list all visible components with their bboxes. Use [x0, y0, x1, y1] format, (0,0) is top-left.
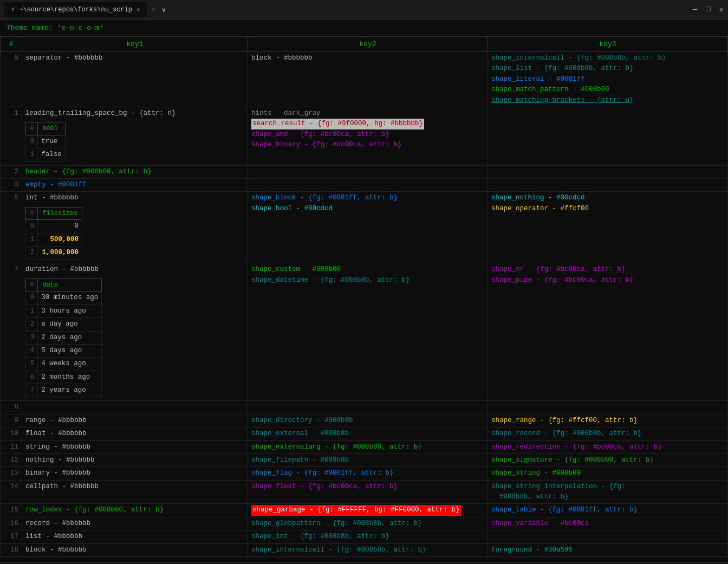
table-row: 3 empty - #0081ff: [1, 178, 728, 191]
key1-10: float - #bbbbbb: [22, 427, 248, 440]
key3-0: shape_internalcall - {fg: #008b8b, attr:…: [487, 52, 727, 107]
table-row: 9 range - #bbbbbb shape_directory - #008…: [1, 414, 728, 427]
tab-label: ~\source\repos\forks\nu_scrip: [19, 6, 132, 14]
key3-1: [487, 107, 727, 165]
line-num-14: 14: [1, 480, 22, 504]
line-num-0: 0: [1, 52, 22, 107]
key1-2: header - {fg: #008b00, attr: b}: [22, 165, 248, 178]
table-row: 10 float - #bbbbbb shape_external - #008…: [1, 427, 728, 440]
key3-17: [487, 530, 727, 543]
key1-13: binary - #bbbbbb: [22, 467, 248, 480]
table-row: 12 nothing - #bbbbbb shape_filepath - #0…: [1, 453, 728, 466]
line-num-3: 3: [1, 178, 22, 191]
key2-15: shape_garbage - {fg: #FFFFFF, bg: #FF000…: [248, 504, 487, 517]
line-num-10: 10: [1, 427, 22, 440]
key2-0: block - #bbbbbb: [248, 52, 487, 107]
key3-5: shape_nothing - #00cdcd shape_operator -…: [487, 192, 727, 263]
key1-14: cellpath - #bbbbbb: [22, 480, 248, 504]
line-num-12: 12: [1, 453, 22, 466]
key1-1: leading_trailing_space_bg - {attr: n} #b…: [22, 107, 248, 165]
tab-close-button[interactable]: ✕: [136, 6, 140, 13]
content-area[interactable]: # key1 key2 key3 0 separator - #bbbbbb b…: [0, 36, 728, 562]
table-row: 1 leading_trailing_space_bg - {attr: n} …: [1, 107, 728, 165]
key1-7: duration - #bbbbbb #date 030 minutes ago…: [22, 263, 248, 401]
theme-name-line: Theme name: 'e-n-c-o-m': [0, 20, 728, 36]
col-key2-header: key2: [248, 37, 487, 52]
col-index-header: #: [1, 37, 22, 52]
key3-12: shape_signature - {fg: #008b00, attr: b}: [487, 453, 727, 466]
line-num-16: 16: [1, 517, 22, 530]
col-key1-header: key1: [22, 37, 248, 52]
key2-2: [248, 165, 487, 178]
key3-7: shape_or - {fg: #bc00ca, attr: b} shape_…: [487, 263, 727, 401]
key2-14: shape_float - {fg: #bc00ca, attr: b}: [248, 480, 487, 504]
line-num-15: 15: [1, 504, 22, 517]
main-table: # key1 key2 key3 0 separator - #bbbbbb b…: [0, 36, 728, 557]
line-num-11: 11: [1, 440, 22, 453]
key3-10: shape_record - {fg: #008b8b, attr: b}: [487, 427, 727, 440]
key3-18: foreground - #00a595: [487, 543, 727, 556]
table-row: 16 record - #bbbbbb shape_globpattern - …: [1, 517, 728, 530]
key2-17: shape_int - {fg: #008b8b, attr: b}: [248, 530, 487, 543]
key1-17: list - #bbbbbb: [22, 530, 248, 543]
table-row: 0 separator - #bbbbbb block - #bbbbbb sh…: [1, 52, 728, 107]
key2-9: shape_directory - #008b8b: [248, 414, 487, 427]
key1-12: nothing - #bbbbbb: [22, 453, 248, 466]
date-table: #date 030 minutes ago 13 hours ago 2a da…: [25, 278, 102, 398]
key3-15: shape_table - {fg: #0081ff, attr: b}: [487, 504, 727, 517]
key2-13: shape_flag - {fg: #0081ff, attr: b}: [248, 467, 487, 480]
key2-12: shape_filepath - #008b8b: [248, 453, 487, 466]
table-row: 15 row_index - {fg: #008b00, attr: b} sh…: [1, 504, 728, 517]
table-row: 13 binary - #bbbbbb shape_flag - {fg: #0…: [1, 467, 728, 480]
key3-16: shape_variable - #bc00ca: [487, 517, 727, 530]
key1-18: block - #bbbbbb: [22, 543, 248, 556]
key1-8: [22, 401, 248, 414]
key3-8: [487, 401, 727, 414]
table-row: 5 int - #bbbbbb #filesizes 00 1500,000 2…: [1, 192, 728, 263]
key1-11: string - #bbbbbb: [22, 440, 248, 453]
key1-3: empty - #0081ff: [22, 178, 248, 191]
table-row: 7 duration - #bbbbbb #date 030 minutes a…: [1, 263, 728, 401]
tab-dropdown-button[interactable]: ∨: [160, 5, 168, 14]
key2-11: shape_externalarg - {fg: #008b00, attr: …: [248, 440, 487, 453]
key2-8: [248, 401, 487, 414]
minimize-button[interactable]: —: [693, 5, 697, 14]
key2-18: shape_internalcall - {fg: #008b8b, attr:…: [248, 543, 487, 556]
key2-5: shape_block - {fg: #0081ff, attr: b} sha…: [248, 192, 487, 263]
line-num-2: 2: [1, 165, 22, 178]
line-num-7: 7: [1, 263, 22, 401]
key3-2: [487, 165, 727, 178]
table-row: 8: [1, 401, 728, 414]
filesizes-table: #filesizes 00 1500,000 21,000,000: [25, 207, 82, 260]
maximize-button[interactable]: □: [706, 5, 710, 14]
key1-16: record - #bbbbbb: [22, 517, 248, 530]
line-num-9: 9: [1, 414, 22, 427]
key3-13: shape_string - #008b00: [487, 467, 727, 480]
key2-1: hints - dark_gray search_result - {fg: #…: [248, 107, 487, 165]
key1-5: int - #bbbbbb #filesizes 00 1500,000 21,…: [22, 192, 248, 263]
active-tab[interactable]: ⚡ ~\source\repos\forks\nu_scrip ✕: [4, 2, 147, 17]
key1-15: row_index - {fg: #008b00, attr: b}: [22, 504, 248, 517]
line-num-1: 1: [1, 107, 22, 165]
table-row: 11 string - #bbbbbb shape_externalarg - …: [1, 440, 728, 453]
key2-7: shape_custom - #008b00 shape_datetime - …: [248, 263, 487, 401]
key1-0: separator - #bbbbbb: [22, 52, 248, 107]
close-window-button[interactable]: ✕: [719, 5, 724, 14]
col-key3-header: key3: [487, 37, 727, 52]
table-row: 18 block - #bbbbbb shape_internalcall - …: [1, 543, 728, 556]
table-row: 17 list - #bbbbbb shape_int - {fg: #008b…: [1, 530, 728, 543]
line-num-5: 5: [1, 192, 22, 263]
key3-9: shape_range - {fg: #ffcf00, attr: b}: [487, 414, 727, 427]
titlebar: ⚡ ~\source\repos\forks\nu_scrip ✕ + ∨ — …: [0, 0, 728, 20]
key2-3: [248, 178, 487, 191]
line-num-8: 8: [1, 401, 22, 414]
line-num-17: 17: [1, 530, 22, 543]
line-num-18: 18: [1, 543, 22, 556]
table-row: 2 header - {fg: #008b00, attr: b}: [1, 165, 728, 178]
key2-16: shape_globpattern - {fg: #008b8b, attr: …: [248, 517, 487, 530]
line-num-13: 13: [1, 467, 22, 480]
table-row: 14 cellpath - #bbbbbb shape_float - {fg:…: [1, 480, 728, 504]
key3-3: [487, 178, 727, 191]
key2-10: shape_external - #008b8b: [248, 427, 487, 440]
new-tab-button[interactable]: +: [147, 5, 160, 14]
